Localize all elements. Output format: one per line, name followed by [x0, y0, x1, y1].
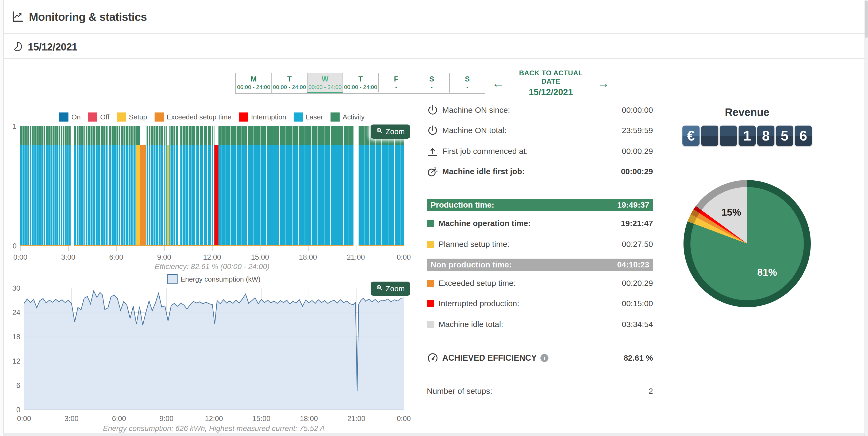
day-cell-w-2[interactable]: W00:00 - 24:00 — [307, 73, 343, 93]
day-cell-t-3[interactable]: T00:00 - 24:00 — [343, 73, 378, 93]
stat-value: 00:00:00 — [622, 105, 653, 114]
stat-value: 19:21:47 — [621, 219, 653, 228]
next-day-arrow[interactable]: → — [597, 77, 610, 89]
timeline-x-tick — [116, 246, 117, 251]
zoom-button-label: Zoom — [385, 128, 405, 136]
svg-text:z: z — [434, 166, 436, 170]
stat-row-machine-on-total: Machine ON total:23:59:59 — [427, 125, 653, 136]
back-to-actual-date-label: BACK TO ACTUAL DATE — [511, 69, 590, 86]
stat-label: Production time: — [431, 200, 494, 209]
stat-value: 82.61 % — [624, 354, 653, 363]
stat-label: Interrupted production: — [438, 299, 519, 308]
stat-row-achieved-efficiency: ACHIEVED EFFICIENCYi82.61 % — [427, 352, 653, 364]
date-header: 15/12/2021 — [12, 39, 77, 55]
day-range: - — [431, 83, 433, 90]
machine-state-timeline-chart[interactable] — [20, 126, 404, 246]
timeline-x-tick — [164, 246, 165, 251]
stat-label: Non production time: — [431, 260, 512, 269]
energy-y-label: 18 — [12, 333, 20, 341]
day-letter: S — [429, 75, 434, 84]
legend-item-interruption: Interruption — [239, 112, 286, 122]
legend-label: Setup — [129, 113, 147, 121]
date-navigation: ← BACK TO ACTUAL DATE 15/12/2021 → — [492, 72, 610, 95]
energy-x-label: 6:00 — [112, 415, 126, 423]
legend-label: Activity — [343, 113, 365, 121]
energy-y-label: 6 — [16, 381, 20, 390]
timeline-x-tick — [212, 246, 213, 251]
back-to-actual-date[interactable]: BACK TO ACTUAL DATE 15/12/2021 — [511, 69, 590, 97]
header-divider — [3, 33, 865, 34]
line-chart-icon — [12, 10, 24, 24]
vertical-scrollbar[interactable] — [865, 0, 868, 436]
stat-label: Planned setup time: — [438, 240, 509, 249]
stat-value: 2 — [648, 387, 653, 396]
stat-row-non-production-time: Non production time:04:10:23 — [427, 259, 653, 271]
power-icon — [427, 125, 438, 136]
legend-item-activity: Activity — [331, 112, 365, 122]
stat-row-machine-idle-first-job: zzMachine idle first job:00:00:29 — [427, 166, 653, 177]
energy-consumption-chart[interactable] — [24, 288, 404, 409]
stat-label: Machine idle first job: — [442, 167, 525, 176]
page-title: Monitoring & statistics — [29, 11, 147, 24]
day-range: 00:00 - 24:00 — [309, 83, 342, 90]
previous-day-arrow[interactable]: ← — [492, 77, 504, 89]
day-letter: T — [287, 75, 292, 84]
energy-legend-label: Energy consumption (kW) — [181, 275, 260, 283]
legend-swatch-setup — [117, 112, 126, 122]
production-pie-chart: 81%15% — [683, 179, 811, 308]
day-cell-s-6[interactable]: S- — [449, 73, 485, 93]
stat-row-interrupted-production: Interrupted production:00:15:00 — [427, 298, 653, 309]
info-icon[interactable]: i — [540, 354, 549, 362]
timeline-legend: OnOffSetupExceeded setup timeInterruptio… — [59, 112, 365, 122]
timeline-zoom-button[interactable]: Zoom — [371, 125, 410, 139]
energy-x-label: 0:00 — [17, 415, 31, 423]
timeline-x-label: 6:00 — [109, 253, 123, 262]
day-cell-m-0[interactable]: M06:00 - 24:00 — [236, 73, 271, 93]
stat-value: 00:00:29 — [621, 167, 653, 176]
takeoff-icon — [427, 145, 438, 157]
energy-legend: Energy consumption (kW) — [167, 274, 260, 284]
legend-item-off: Off — [88, 112, 110, 122]
stat-label: Number of setups: — [427, 387, 492, 396]
stat-value: 00:00:29 — [622, 147, 653, 156]
stat-swatch — [427, 300, 434, 307]
energy-caption: Energy consumption: 626 kWh, Highest mea… — [103, 424, 325, 433]
timeline-x-label: 9:00 — [157, 253, 171, 262]
stat-row-number-of-setups: Number of setups:2 — [427, 385, 653, 397]
day-cell-f-4[interactable]: F- — [378, 73, 414, 93]
svg-text:z: z — [436, 169, 438, 172]
timeline-x-tick — [356, 246, 356, 251]
pie-label-machine-operation: 81% — [757, 267, 777, 278]
pie-label-machine-idle: 15% — [721, 207, 741, 218]
legend-swatch-off — [88, 112, 97, 122]
legend-label: Off — [100, 113, 110, 121]
stat-row-machine-operation-time: Machine operation time:19:21:47 — [427, 217, 653, 229]
monitoring-page: Monitoring & statistics 15/12/2021 M06:0… — [0, 0, 868, 436]
stat-label: Machine ON total: — [442, 126, 506, 135]
energy-zoom-button[interactable]: Zoom — [371, 281, 410, 296]
day-letter: F — [394, 75, 398, 84]
stat-value: 00:27:50 — [622, 240, 653, 249]
efficiency-caption: Efficiency: 82.61 % (00:00 - 24:00) — [155, 262, 270, 271]
day-cell-s-5[interactable]: S- — [414, 73, 449, 93]
revenue-digit-tile-4: 8 — [757, 126, 774, 146]
next-section-edge — [3, 433, 865, 436]
energy-legend-swatch — [167, 274, 178, 284]
stat-swatch — [427, 220, 434, 227]
stat-value: 00:20:29 — [622, 279, 653, 288]
stat-swatch — [427, 321, 434, 328]
energy-y-label: 30 — [12, 284, 20, 293]
day-cell-t-1[interactable]: T00:00 - 24:00 — [271, 73, 307, 93]
legend-swatch-on — [59, 112, 68, 122]
stat-value: 00:15:00 — [622, 299, 653, 308]
stat-row-exceeded-setup-time: Exceeded setup time:00:20:29 — [427, 277, 653, 289]
legend-swatch-laser — [293, 112, 303, 122]
scrollbar-thumb[interactable] — [865, 1, 868, 38]
stat-value: 03:34:54 — [622, 320, 653, 329]
energy-x-label: 9:00 — [159, 415, 174, 423]
energy-x-label: 15:00 — [252, 415, 271, 423]
stat-label: Machine ON since: — [442, 105, 510, 114]
timeline-x-label: 15:00 — [251, 253, 269, 262]
day-letter: S — [465, 75, 470, 84]
legend-label: Exceeded setup time — [166, 113, 231, 121]
